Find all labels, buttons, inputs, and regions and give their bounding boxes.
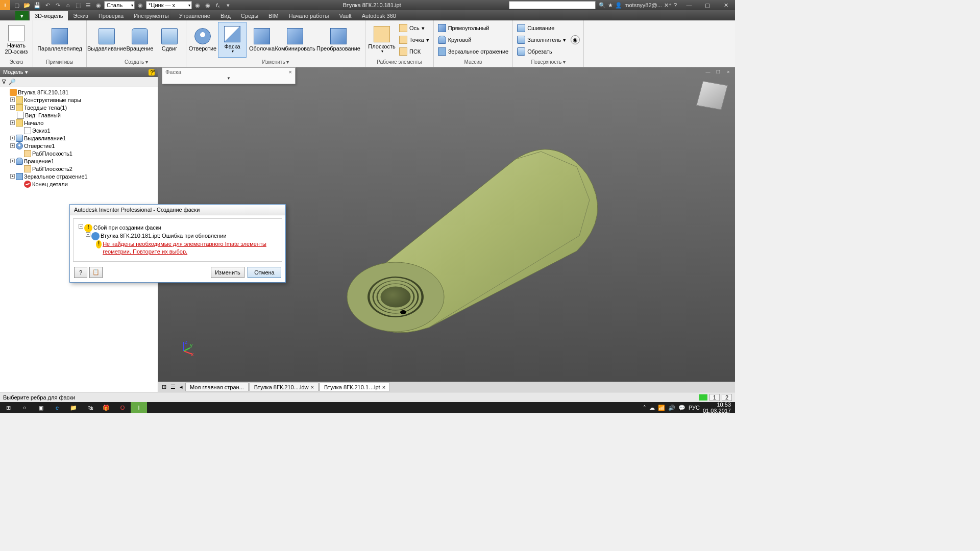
tree-item[interactable]: Конец детали bbox=[1, 180, 157, 188]
tree-item[interactable]: +Зеркальное отражение1 bbox=[1, 172, 157, 180]
tree-item[interactable]: Эскиз1 bbox=[1, 127, 157, 134]
expand-icon[interactable]: + bbox=[10, 143, 15, 148]
clock[interactable]: 10:5301.03.2017 bbox=[703, 402, 731, 413]
maximize-button[interactable]: ▢ bbox=[698, 0, 717, 10]
close-button[interactable]: ✕ bbox=[717, 0, 735, 10]
tree-item[interactable]: +Твердые тела(1) bbox=[1, 104, 157, 111]
collapse-icon[interactable]: − bbox=[79, 224, 83, 229]
qat-color2-icon[interactable]: ◉ bbox=[203, 1, 212, 9]
stitch-button[interactable]: Сшивание bbox=[515, 22, 568, 34]
status-num-2[interactable]: 2 bbox=[722, 394, 732, 401]
mini-dialog-expand-icon[interactable]: ▼ bbox=[162, 76, 295, 81]
chamfer-mini-dialog[interactable]: Фаска× ▼ bbox=[162, 67, 296, 84]
extrude-button[interactable]: Выдавливание bbox=[89, 22, 125, 58]
shell-button[interactable]: Оболочка bbox=[248, 22, 276, 58]
tab-vault[interactable]: Vault bbox=[334, 11, 356, 20]
edge-icon[interactable]: e bbox=[49, 402, 65, 413]
material-combo-2[interactable]: *Цинк — х bbox=[146, 1, 192, 9]
expand-icon[interactable]: + bbox=[10, 120, 15, 125]
cortana-search-icon[interactable]: ○ bbox=[16, 402, 33, 413]
qat-props-icon[interactable]: ☰ bbox=[84, 1, 93, 9]
store-icon[interactable]: 🛍 bbox=[82, 402, 98, 413]
tree-item[interactable]: Вид: Главный bbox=[1, 111, 157, 119]
tab-manage[interactable]: Управление bbox=[174, 11, 215, 20]
combine-button[interactable]: Комбинировать bbox=[277, 22, 313, 58]
view-cube[interactable] bbox=[696, 81, 728, 110]
opera-icon[interactable]: O bbox=[114, 402, 131, 413]
tree-item[interactable]: +Выдавливание1 bbox=[1, 134, 157, 142]
tab-view[interactable]: Вид bbox=[215, 11, 236, 20]
doc-tab-ipt[interactable]: Втулка 8ГК.210.1…ipt× bbox=[320, 383, 390, 391]
qat-new-icon[interactable]: ▢ bbox=[12, 1, 21, 9]
transform-button[interactable]: Преобразование bbox=[314, 22, 363, 58]
panel-create-title[interactable]: Создать ▾ bbox=[89, 58, 184, 66]
tab-a360[interactable]: Autodesk 360 bbox=[357, 11, 401, 20]
error-copy-button[interactable]: 📋 bbox=[89, 267, 103, 278]
start-sketch-button[interactable]: Начать 2D-эскиз bbox=[2, 22, 31, 58]
tab-start[interactable]: Начало работы bbox=[284, 11, 334, 20]
qat-appearance-icon[interactable]: ◉ bbox=[136, 1, 145, 9]
start-button[interactable]: ⊞ bbox=[0, 402, 16, 413]
star-icon[interactable]: ★ bbox=[608, 2, 613, 9]
close-icon[interactable]: × bbox=[382, 384, 385, 390]
panel-expand-icon[interactable]: ◉ bbox=[571, 35, 580, 44]
panel-surface-title[interactable]: Поверхность ▾ bbox=[515, 58, 581, 66]
ucs-button[interactable]: ПСК bbox=[397, 46, 431, 57]
language-indicator[interactable]: РУС bbox=[689, 405, 700, 411]
mini-dialog-close-icon[interactable]: × bbox=[289, 69, 292, 75]
doc-restore-button[interactable]: ❐ bbox=[714, 68, 723, 76]
plane-button[interactable]: Плоскость▼ bbox=[368, 22, 396, 58]
chamfer-button[interactable]: Фаска▼ bbox=[218, 22, 247, 58]
qat-undo-icon[interactable]: ↶ bbox=[43, 1, 52, 9]
doc-tab-idw[interactable]: Втулка 8ГК.210....idw× bbox=[250, 383, 318, 391]
expand-icon[interactable]: + bbox=[10, 159, 15, 163]
circ-pattern-button[interactable]: Круговой bbox=[436, 34, 511, 45]
inventor-taskbar-icon[interactable]: I bbox=[131, 402, 147, 413]
exchange-icon[interactable]: ✕⁺ bbox=[664, 2, 672, 9]
material-combo-1[interactable]: Сталь bbox=[104, 1, 135, 9]
help-icon[interactable]: ? bbox=[674, 2, 677, 8]
sweep-button[interactable]: Сдвиг bbox=[155, 22, 184, 58]
trim-button[interactable]: Обрезать bbox=[515, 46, 568, 57]
onedrive-icon[interactable]: ☁ bbox=[649, 405, 655, 411]
panel-modify-title[interactable]: Изменить ▾ bbox=[188, 58, 363, 66]
search-icon[interactable]: 🔍 bbox=[599, 2, 606, 9]
minimize-button[interactable]: — bbox=[680, 0, 698, 10]
patch-button[interactable]: Заполнитель ▾ bbox=[515, 34, 568, 45]
qat-redo-icon[interactable]: ↷ bbox=[53, 1, 62, 9]
tree-item[interactable]: РабПлоскость2 bbox=[1, 165, 157, 172]
tab-inspect[interactable]: Проверка bbox=[93, 11, 129, 20]
browser-header[interactable]: Модель ▾? bbox=[0, 67, 158, 77]
mirror-button[interactable]: Зеркальное отражение bbox=[436, 46, 511, 57]
qat-more-icon[interactable]: ▾ bbox=[224, 1, 233, 9]
tree-item[interactable]: +Конструктивные пары bbox=[1, 96, 157, 104]
user-area[interactable]: 🔍 ★ 👤 motsnyy82@... ✕⁺ ? bbox=[596, 2, 680, 9]
explorer-icon[interactable]: 📁 bbox=[65, 402, 82, 413]
expand-icon[interactable]: + bbox=[10, 136, 15, 140]
qat-select-icon[interactable]: ⬚ bbox=[74, 1, 83, 9]
tree-item[interactable]: +Начало bbox=[1, 119, 157, 127]
expand-icon[interactable]: + bbox=[10, 97, 15, 102]
qat-home-icon[interactable]: ⌂ bbox=[63, 1, 72, 9]
axis-button[interactable]: Ось ▾ bbox=[397, 22, 431, 34]
find-icon[interactable]: 🔎 bbox=[9, 79, 16, 85]
tab-bim[interactable]: BIM bbox=[263, 11, 284, 20]
qat-save-icon[interactable]: 💾 bbox=[33, 1, 42, 9]
doc-tabs-tools-icon[interactable]: ⊞ bbox=[160, 384, 168, 390]
tab-env[interactable]: Среды bbox=[236, 11, 263, 20]
doc-tabs-nav-icon[interactable]: ◂ bbox=[178, 384, 184, 390]
box-button[interactable]: Параллелепипед bbox=[35, 22, 84, 58]
tree-item[interactable]: +Отверстие1 bbox=[1, 142, 157, 149]
hole-button[interactable]: Отверстие bbox=[188, 22, 217, 58]
tree-item[interactable]: Втулка 8ГК.210.181 bbox=[1, 88, 157, 96]
notifications-icon[interactable]: 💬 bbox=[678, 405, 685, 411]
app-icon[interactable]: I bbox=[0, 0, 10, 10]
doc-close-button[interactable]: × bbox=[724, 68, 733, 76]
revolve-button[interactable]: Вращение bbox=[126, 22, 154, 58]
filter-icon[interactable]: ∇ bbox=[2, 79, 6, 85]
qat-color1-icon[interactable]: ◉ bbox=[193, 1, 202, 9]
collapse-icon[interactable]: − bbox=[86, 232, 90, 237]
tray-up-icon[interactable]: ˄ bbox=[643, 405, 646, 411]
doc-tabs-list-icon[interactable]: ☰ bbox=[169, 384, 177, 390]
doc-tab-home[interactable]: Моя главная стран... bbox=[185, 383, 249, 391]
